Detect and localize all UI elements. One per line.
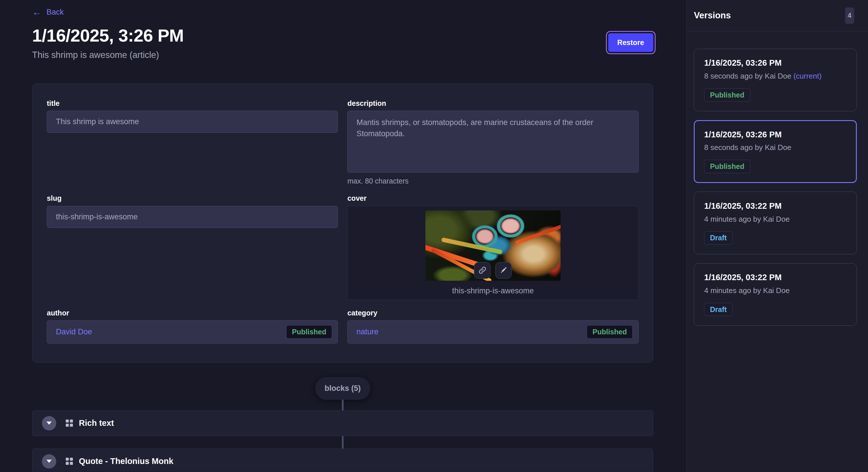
back-arrow-icon: ←	[32, 7, 42, 17]
version-fields-card: title description Mantis shrimps, or sto…	[32, 83, 653, 363]
version-meta: 8 seconds ago by Kai Doe (current)	[704, 72, 847, 80]
category-field: category nature Published	[347, 309, 639, 344]
version-meta: 4 minutes ago by Kai Doe	[704, 215, 847, 224]
category-relation-link[interactable]: nature	[356, 328, 379, 336]
page-title: 1/16/2025, 3:26 PM	[32, 26, 653, 45]
description-textarea[interactable]: Mantis shrimps, or stomatopods, are mari…	[347, 111, 639, 173]
restore-button[interactable]: Restore	[608, 33, 653, 52]
blocks-count-pill: blocks (5)	[315, 377, 370, 400]
version-card[interactable]: 1/16/2025, 03:22 PM 4 minutes ago by Kai…	[694, 192, 857, 254]
category-label: category	[347, 309, 639, 317]
current-tag: (current)	[794, 72, 822, 80]
version-date: 1/16/2025, 03:22 PM	[704, 201, 847, 211]
expand-toggle-button[interactable]	[42, 454, 56, 469]
version-card-selected[interactable]: 1/16/2025, 03:26 PM 8 seconds ago by Kai…	[694, 120, 857, 183]
description-field: description Mantis shrimps, or stomatopo…	[347, 99, 639, 186]
author-field: author David Doe Published	[47, 309, 338, 344]
status-badge: Published	[704, 160, 750, 173]
cover-field: cover	[347, 194, 639, 300]
expand-toggle-button[interactable]	[42, 416, 56, 430]
versions-header: Versions 4	[687, 0, 868, 32]
version-card[interactable]: 1/16/2025, 03:22 PM 4 minutes ago by Kai…	[694, 263, 857, 326]
version-date: 1/16/2025, 03:26 PM	[704, 58, 847, 68]
title-field: title	[47, 99, 338, 186]
versions-title: Versions	[694, 10, 731, 21]
version-meta: 8 seconds ago by Kai Doe	[704, 143, 846, 152]
block-label: Quote - Thelonius Monk	[79, 457, 174, 466]
component-grid-icon	[66, 458, 73, 465]
version-card-current[interactable]: 1/16/2025, 03:26 PM 8 seconds ago by Kai…	[694, 49, 857, 111]
cover-image-wrap	[425, 210, 561, 281]
author-label: author	[47, 309, 338, 317]
cover-caption: this-shrimp-is-awesome	[348, 286, 638, 295]
title-input[interactable]	[47, 111, 338, 133]
cover-label: cover	[347, 194, 639, 202]
block-label: Rich text	[79, 418, 114, 428]
description-hint: max. 80 characters	[347, 177, 639, 185]
edit-media-button[interactable]	[495, 262, 512, 279]
status-badge: Draft	[704, 231, 733, 245]
copy-link-button[interactable]	[474, 262, 491, 279]
status-badge: Published	[704, 88, 750, 102]
author-status-badge: Published	[286, 325, 332, 338]
description-label: description	[347, 99, 639, 107]
component-grid-icon	[66, 419, 73, 427]
title-label: title	[47, 99, 338, 107]
blocks-connector-line	[342, 400, 344, 410]
block-row-rich-text[interactable]: Rich text	[32, 410, 653, 436]
versions-count-badge: 4	[845, 7, 854, 24]
chevron-down-icon	[46, 460, 52, 463]
slug-label: slug	[47, 194, 338, 202]
cover-media-card: this-shrimp-is-awesome	[347, 206, 639, 300]
blocks-connector-line	[342, 436, 344, 448]
versions-list: 1/16/2025, 03:26 PM 8 seconds ago by Kai…	[687, 32, 868, 326]
slug-input[interactable]	[47, 206, 338, 228]
main-panel: ← Back 1/16/2025, 3:26 PM This shrimp is…	[0, 0, 686, 472]
cover-actions	[474, 262, 512, 279]
author-relation-link[interactable]: David Doe	[56, 328, 92, 336]
category-status-badge: Published	[587, 325, 632, 338]
link-icon	[478, 266, 487, 275]
cover-image-art	[441, 237, 503, 255]
page-header-text: 1/16/2025, 3:26 PM This shrimp is awesom…	[32, 26, 653, 60]
version-meta: 4 minutes ago by Kai Doe	[704, 286, 847, 295]
block-row-quote[interactable]: Quote - Thelonius Monk	[32, 448, 653, 472]
cover-image-art	[515, 224, 561, 245]
author-relation: David Doe Published	[47, 320, 338, 343]
chevron-down-icon	[46, 422, 52, 425]
pencil-icon	[499, 266, 508, 274]
page-subtitle: This shrimp is awesome (article)	[32, 50, 653, 60]
back-link[interactable]: Back	[46, 8, 64, 16]
category-relation: nature Published	[347, 320, 639, 343]
version-date: 1/16/2025, 03:22 PM	[704, 273, 847, 282]
version-history-page: ← Back 1/16/2025, 3:26 PM This shrimp is…	[0, 0, 868, 472]
breadcrumb: ← Back	[32, 7, 653, 17]
status-badge: Draft	[704, 303, 733, 316]
page-header: 1/16/2025, 3:26 PM This shrimp is awesom…	[32, 26, 653, 60]
slug-field: slug	[47, 194, 338, 300]
versions-sidebar: Versions 4 1/16/2025, 03:26 PM 8 seconds…	[686, 0, 868, 472]
version-date: 1/16/2025, 03:26 PM	[704, 130, 846, 139]
